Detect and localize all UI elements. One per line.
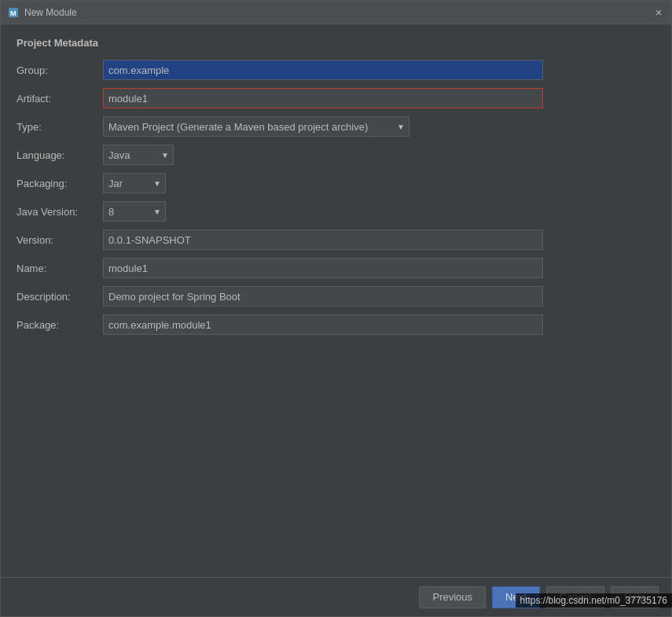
language-select[interactable]: Java Kotlin Groovy: [103, 145, 174, 165]
title-bar-text: New Module: [24, 7, 652, 18]
package-field: [103, 314, 543, 335]
artifact-input[interactable]: [103, 88, 543, 108]
java-version-field: 8 11 17 ▼: [103, 201, 543, 222]
packaging-row: Packaging: Jar War ▼: [17, 173, 655, 193]
description-input[interactable]: [103, 286, 543, 307]
type-select[interactable]: Maven Project (Generate a Maven based pr…: [103, 116, 409, 137]
title-bar: M New Module ×: [1, 1, 671, 24]
module-icon: M: [7, 6, 20, 19]
name-field: [103, 258, 543, 278]
artifact-field: [103, 88, 543, 108]
language-row: Language: Java Kotlin Groovy ▼: [17, 145, 655, 165]
description-label: Description:: [17, 291, 103, 303]
artifact-row: Artifact:: [17, 88, 655, 108]
group-field: [103, 60, 543, 80]
main-content: Project Metadata Group: Artifact: Type:: [1, 24, 671, 577]
type-row: Type: Maven Project (Generate a Maven ba…: [17, 116, 655, 137]
name-label: Name:: [17, 263, 103, 274]
packaging-select[interactable]: Jar War: [103, 173, 166, 193]
previous-button[interactable]: Previous: [419, 586, 486, 608]
description-row: Description:: [17, 286, 655, 307]
group-row: Group:: [17, 60, 655, 80]
type-field: Maven Project (Generate a Maven based pr…: [103, 116, 543, 137]
version-label: Version:: [17, 234, 103, 246]
next-button[interactable]: Next: [492, 586, 540, 608]
java-version-label: Java Version:: [17, 206, 103, 218]
form-grid: Group: Artifact: Type: Maven Projec: [17, 60, 655, 335]
language-label: Language:: [17, 149, 103, 161]
group-input[interactable]: [103, 60, 543, 80]
help-button[interactable]: Help: [611, 586, 659, 608]
java-version-select[interactable]: 8 11 17: [103, 201, 166, 222]
packaging-label: Packaging:: [17, 178, 103, 189]
java-version-select-wrapper: 8 11 17 ▼: [103, 201, 166, 222]
new-module-window: M New Module × Project Metadata Group: A…: [0, 0, 672, 617]
artifact-label: Artifact:: [17, 93, 103, 105]
type-select-wrapper: Maven Project (Generate a Maven based pr…: [103, 116, 409, 137]
java-version-row: Java Version: 8 11 17 ▼: [17, 201, 655, 222]
group-label: Group:: [17, 64, 103, 76]
version-field: [103, 230, 543, 250]
type-label: Type:: [17, 121, 103, 133]
name-input[interactable]: [103, 258, 543, 278]
bottom-bar: Previous Next Cancel Help: [1, 577, 671, 616]
version-input[interactable]: [103, 230, 543, 250]
language-field: Java Kotlin Groovy ▼: [103, 145, 543, 165]
svg-text:M: M: [10, 9, 17, 17]
name-row: Name:: [17, 258, 655, 278]
packaging-field: Jar War ▼: [103, 173, 543, 193]
section-title: Project Metadata: [17, 37, 655, 49]
description-field: [103, 286, 543, 307]
close-button[interactable]: ×: [652, 6, 665, 19]
package-label: Package:: [17, 319, 103, 331]
language-select-wrapper: Java Kotlin Groovy ▼: [103, 145, 174, 165]
version-row: Version:: [17, 230, 655, 250]
packaging-select-wrapper: Jar War ▼: [103, 173, 166, 193]
cancel-button[interactable]: Cancel: [546, 586, 604, 608]
package-input[interactable]: [103, 314, 543, 335]
package-row: Package:: [17, 314, 655, 335]
